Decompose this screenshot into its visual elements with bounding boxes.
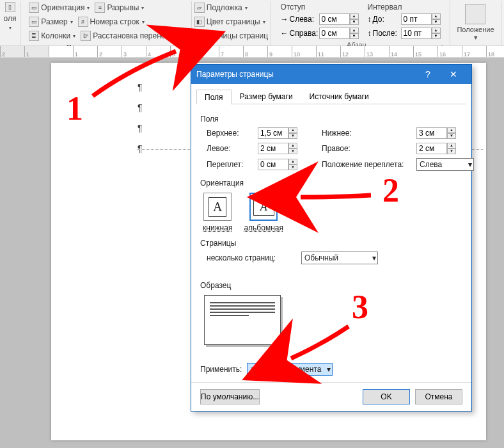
paragraph-mark: ¶ (138, 82, 143, 92)
spacing-after-label: После: (373, 29, 400, 38)
spacing-before-icon: ↕ (368, 15, 372, 24)
dialog-tabs: Поля Размер бумаги Источник бумаги (196, 89, 466, 104)
indent-right-field[interactable]: ▲▼ (319, 28, 359, 39)
page-color-button[interactable]: ◧Цвет страницы▾ (193, 16, 267, 28)
preview-section-label: Образец (200, 281, 462, 290)
page-color-label: Цвет страницы (207, 17, 260, 26)
position-icon (465, 4, 485, 24)
dialog-titlebar[interactable]: Параметры страницы ? ✕ (191, 65, 471, 84)
margin-left-label: Левое: (207, 144, 253, 153)
page-setup-dialog: Параметры страницы ? ✕ Поля Размер бумаг… (191, 64, 472, 412)
chevron-down-icon: ▾ (9, 25, 12, 31)
horizontal-ruler[interactable]: 21123456789101112131415161718 (0, 46, 504, 58)
indent-right-label: Справа: (290, 29, 318, 38)
arrange-group: Положение ▾ (450, 1, 501, 45)
spin-up-icon[interactable]: ▲ (350, 13, 359, 19)
hyphenation-button[interactable]: bᶜРасстановка переносов▾ (79, 30, 185, 42)
spacing-after-field[interactable]: ▲▼ (401, 28, 441, 39)
indent-left-field[interactable]: ▲▼ (319, 13, 359, 25)
fields-section-label: Поля (200, 115, 462, 124)
portrait-label: книжная (203, 223, 232, 232)
dialog-title: Параметры страницы (196, 70, 415, 79)
paragraph-mark: ¶ (138, 143, 143, 154)
preview-thumbnail (204, 295, 281, 345)
size-label: Размер (41, 17, 67, 26)
page-borders-icon: ▢ (194, 31, 205, 41)
orientation-label: Ориентация (41, 3, 84, 12)
close-button[interactable]: ✕ (441, 65, 466, 84)
margin-bottom-label: Нижнее: (322, 129, 411, 138)
gutter-label: Переплет: (207, 160, 253, 169)
spacing-before-field[interactable]: ▲▼ (401, 13, 441, 25)
ribbon: ▯ оля ▾ ▭Ориентация▾ ≡Разрывы▾ ▭Размер▾ … (0, 0, 504, 46)
position-button[interactable]: Положение ▾ (453, 1, 498, 44)
margins-button[interactable]: ▯ оля ▾ (2, 1, 19, 45)
page-color-icon: ◧ (194, 17, 205, 27)
default-button[interactable]: По умолчанию... (200, 389, 260, 404)
page-borders-label: Границы страниц (207, 31, 268, 40)
spin-down-icon[interactable]: ▼ (350, 19, 359, 25)
margin-bottom-field[interactable]: ▲▼ (416, 127, 475, 139)
line-numbers-icon: # (78, 17, 88, 27)
paragraph-mark: ¶ (138, 123, 143, 133)
paragraph-mark: ¶ (138, 102, 143, 113)
size-button[interactable]: ▭Размер▾ (27, 16, 74, 28)
tab-paper-source[interactable]: Источник бумаги (301, 89, 377, 104)
tab-paper-size[interactable]: Размер бумаги (232, 89, 301, 104)
gutter-pos-label: Положение переплета: (322, 160, 411, 169)
landscape-label: альбомная (244, 223, 283, 232)
page-background-group: ▱Подложка▾ ◧Цвет страницы▾ ▢Границы стра… (192, 1, 271, 45)
apply-to-combo[interactable]: до конца документа▾ (247, 363, 333, 376)
gutter-pos-combo[interactable]: Слева▾ (416, 158, 474, 171)
orientation-icon: ▭ (29, 3, 39, 13)
watermark-button[interactable]: ▱Подложка▾ (193, 2, 249, 13)
breaks-label: Разрывы (107, 3, 139, 12)
multipage-label: несколько страниц: (207, 253, 291, 262)
line-numbers-label: Номера строк (90, 17, 139, 26)
spacing-before-label: До: (373, 15, 400, 24)
spacing-heading: Интервал (368, 3, 441, 12)
hyphenation-label: Расстановка переносов (93, 31, 178, 40)
watermark-label: Подложка (207, 3, 242, 12)
orientation-section-label: Ориентация (200, 179, 462, 188)
position-label: Положение (457, 26, 494, 33)
orientation-portrait[interactable]: книжная (203, 193, 232, 232)
page-setup-group: ▭Ориентация▾ ≡Разрывы▾ ▭Размер▾ #Номера … (20, 1, 192, 45)
cancel-button[interactable]: Отмена (415, 389, 462, 404)
margins-icon: ▯ (5, 2, 15, 12)
spacing-after-icon: ↕ (368, 29, 372, 38)
chevron-down-icon: ▾ (327, 365, 331, 374)
indent-left-icon: → (281, 15, 288, 24)
margin-top-label: Верхнее: (207, 129, 253, 138)
columns-icon: ≣ (29, 31, 39, 41)
watermark-icon: ▱ (194, 3, 205, 13)
margin-right-label: Правое: (322, 144, 411, 153)
breaks-icon: ≡ (95, 3, 105, 13)
line-numbers-button[interactable]: #Номера строк▾ (76, 16, 146, 28)
help-button[interactable]: ? (415, 65, 441, 84)
multipage-combo[interactable]: Обычный▾ (301, 252, 378, 264)
breaks-button[interactable]: ≡Разрывы▾ (93, 2, 146, 13)
margin-left-field[interactable]: ▲▼ (258, 143, 317, 154)
margin-right-field[interactable]: ▲▼ (416, 143, 475, 154)
indent-right-icon: ← (281, 29, 288, 38)
pages-section-label: Страницы (200, 239, 462, 248)
chevron-down-icon: ▾ (468, 160, 472, 169)
margins-label: оля (4, 14, 17, 23)
portrait-icon (203, 193, 232, 221)
chevron-down-icon: ▾ (372, 253, 376, 262)
orientation-button[interactable]: ▭Ориентация▾ (27, 2, 91, 13)
indent-left-label: Слева: (290, 15, 318, 24)
columns-label: Колонки (41, 31, 70, 40)
apply-to-label: Применить: (200, 365, 242, 374)
ok-button[interactable]: OK (363, 389, 410, 404)
size-icon: ▭ (29, 17, 39, 27)
columns-button[interactable]: ≣Колонки▾ (27, 30, 77, 42)
margin-top-field[interactable]: ▲▼ (258, 127, 317, 139)
gutter-field[interactable]: ▲▼ (258, 159, 317, 170)
hyphenation-icon: bᶜ (81, 31, 91, 41)
paragraph-group: Отступ → Слева: ▲▼ ← Справа: ▲▼ Интервал… (271, 1, 450, 45)
orientation-landscape[interactable]: альбомная (244, 193, 283, 232)
page-borders-button[interactable]: ▢Границы страниц (193, 30, 270, 42)
tab-fields[interactable]: Поля (196, 90, 232, 104)
